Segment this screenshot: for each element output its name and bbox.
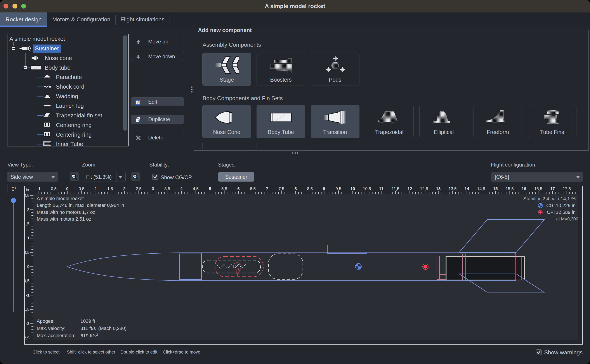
svg-text:-1,5: -1,5: [24, 307, 29, 312]
svg-text:3: 3: [152, 186, 154, 191]
svg-text:2,5: 2,5: [24, 193, 29, 198]
svg-text:0: 0: [66, 186, 69, 191]
svg-text:11,5: 11,5: [392, 186, 399, 191]
svg-text:1: 1: [95, 186, 97, 191]
svg-text:1: 1: [27, 236, 29, 240]
svg-text:0,5: 0,5: [79, 186, 84, 191]
svg-text:16,5: 16,5: [534, 186, 542, 191]
svg-text:10,5: 10,5: [363, 186, 371, 191]
svg-text:0: 0: [27, 264, 29, 269]
svg-text:8: 8: [295, 186, 297, 191]
svg-text:9: 9: [323, 186, 325, 191]
svg-text:4,5: 4,5: [193, 186, 198, 191]
svg-text:-1: -1: [26, 293, 29, 298]
svg-text:4: 4: [180, 186, 183, 191]
svg-text:15: 15: [493, 186, 498, 191]
svg-text:2: 2: [27, 207, 29, 212]
svg-text:16: 16: [522, 186, 526, 191]
svg-text:13: 13: [436, 186, 441, 191]
svg-text:2,5: 2,5: [136, 186, 141, 191]
svg-text:1,5: 1,5: [24, 221, 29, 226]
svg-text:6: 6: [237, 186, 240, 191]
svg-text:12: 12: [408, 186, 412, 191]
svg-text:17,5: 17,5: [563, 186, 571, 191]
svg-text:1,5: 1,5: [107, 186, 113, 191]
svg-text:17: 17: [550, 186, 555, 191]
svg-text:8,5: 8,5: [307, 186, 313, 191]
svg-text:9,5: 9,5: [335, 186, 341, 191]
svg-text:13,5: 13,5: [449, 186, 457, 191]
svg-text:14: 14: [465, 186, 469, 191]
svg-text:7: 7: [266, 186, 268, 191]
svg-text:11: 11: [379, 186, 384, 191]
svg-text:-2,5: -2,5: [24, 336, 29, 340]
svg-text:3,5: 3,5: [164, 186, 170, 191]
svg-text:-0,5: -0,5: [24, 279, 29, 283]
svg-text:7,5: 7,5: [278, 186, 284, 191]
svg-text:14,5: 14,5: [477, 186, 485, 191]
svg-text:5,5: 5,5: [221, 186, 227, 191]
svg-text:-1: -1: [37, 186, 41, 191]
svg-text:-0,5: -0,5: [49, 186, 57, 191]
svg-text:10: 10: [350, 186, 355, 191]
svg-text:2: 2: [123, 186, 126, 191]
svg-text:-2: -2: [26, 321, 29, 326]
svg-text:12,5: 12,5: [420, 186, 428, 191]
svg-text:5: 5: [209, 186, 211, 191]
svg-text:0,5: 0,5: [24, 250, 29, 255]
svg-text:15,5: 15,5: [506, 186, 514, 191]
svg-text:6,5: 6,5: [250, 186, 256, 191]
